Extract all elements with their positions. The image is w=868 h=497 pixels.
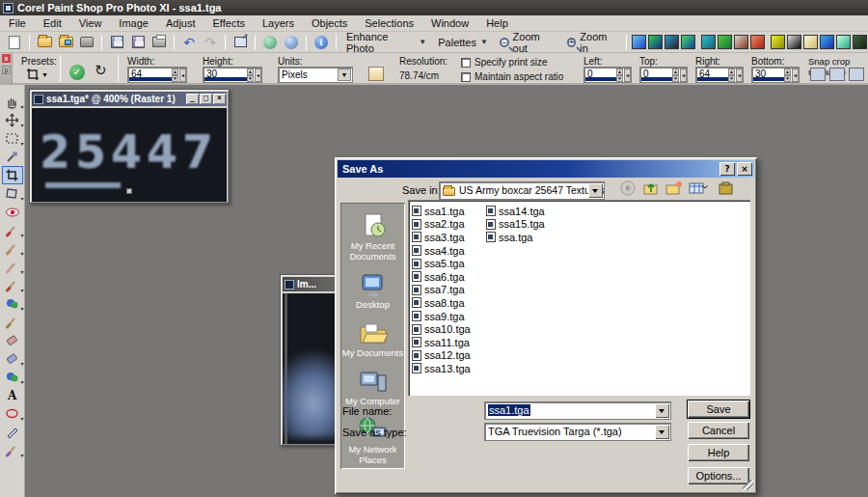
spin-up-icon[interactable]: ▲ bbox=[247, 69, 254, 75]
maintain-aspect-ratio-checkbox[interactable]: Maintain aspect ratio bbox=[461, 71, 563, 82]
resize-canvas-icon[interactable] bbox=[231, 34, 250, 51]
app-titlebar[interactable]: Corel Paint Shop Pro Photo XI - ssa1.tga bbox=[0, 0, 868, 15]
file-item[interactable]: ssa.tga bbox=[486, 231, 560, 244]
file-item[interactable]: ssa3.tga bbox=[412, 231, 486, 244]
close-icon[interactable]: x bbox=[2, 54, 11, 63]
menu-selections[interactable]: Selections bbox=[356, 16, 422, 30]
background-eraser-tool[interactable]: ▾ bbox=[2, 349, 23, 368]
earth-icon[interactable] bbox=[718, 35, 732, 49]
file-item[interactable]: ssa12.tga bbox=[412, 349, 486, 363]
target-icon[interactable] bbox=[771, 35, 785, 49]
file-item[interactable]: ssa9.tga bbox=[412, 310, 486, 323]
warp-brush-tool[interactable]: ▾ bbox=[2, 441, 23, 459]
close-icon[interactable]: × bbox=[737, 162, 752, 176]
sunburst-icon[interactable] bbox=[836, 35, 851, 49]
zoom-100-icon[interactable] bbox=[681, 35, 695, 49]
file-item[interactable]: ssa11.tga bbox=[412, 336, 486, 349]
file-item[interactable]: ssa4.tga bbox=[412, 244, 486, 258]
paint-brush-tool[interactable]: ▾ bbox=[2, 276, 23, 294]
snap-layer-opaque-icon[interactable] bbox=[810, 68, 826, 81]
save-icon[interactable] bbox=[107, 34, 126, 51]
units-select[interactable]: Pixels ▼ bbox=[278, 67, 353, 83]
spin-up-icon[interactable]: ▲ bbox=[172, 69, 178, 75]
back-icon[interactable] bbox=[619, 180, 637, 198]
spin-down-icon[interactable]: ▼ bbox=[172, 75, 178, 82]
help-button[interactable]: Help bbox=[688, 444, 749, 461]
image-window-titlebar[interactable]: ssa1.tga* @ 400% (Raster 1) _ □ × bbox=[32, 92, 227, 106]
info-icon[interactable]: i bbox=[312, 34, 331, 51]
spin-edit-button[interactable]: ◂ bbox=[255, 69, 261, 82]
undo-icon[interactable]: ↶ bbox=[179, 34, 199, 51]
presets-dropdown[interactable]: ▼ bbox=[25, 67, 41, 84]
file-item[interactable]: ssa8.tga bbox=[412, 296, 486, 310]
file-item[interactable]: ssa2.tga bbox=[412, 218, 486, 232]
maximize-icon[interactable]: □ bbox=[200, 94, 212, 104]
email-photo-icon[interactable] bbox=[260, 34, 280, 51]
fit-window-icon[interactable] bbox=[665, 35, 679, 49]
save-in-select[interactable]: US Army boxcar 25647 Textures bbox=[439, 181, 605, 200]
pattern-icon[interactable] bbox=[787, 35, 801, 49]
print-size-icon[interactable] bbox=[368, 67, 384, 81]
save-as-icon[interactable] bbox=[128, 34, 148, 51]
pen-tool[interactable] bbox=[2, 423, 23, 441]
options-button[interactable]: Options... bbox=[688, 467, 749, 484]
place-desktop[interactable]: Desktop bbox=[340, 271, 405, 311]
browse-icon[interactable] bbox=[56, 34, 75, 51]
enhance-photo-dropdown[interactable]: Enhance Photo▼ bbox=[340, 31, 432, 54]
scan-icon[interactable] bbox=[77, 34, 96, 51]
up-one-level-icon[interactable] bbox=[642, 180, 660, 198]
menu-objects[interactable]: Objects bbox=[303, 16, 356, 30]
file-name-input[interactable]: ssa1.tga bbox=[484, 401, 671, 420]
file-item[interactable]: ssa15.tga bbox=[486, 218, 560, 232]
width-input[interactable]: 64 ▲▼ ◂ bbox=[127, 67, 187, 83]
red-eye-tool[interactable] bbox=[2, 203, 23, 221]
scratch-remover-tool[interactable]: ▾ bbox=[2, 258, 23, 276]
zoom-in-button[interactable]: + Zoom in bbox=[561, 31, 622, 54]
menu-layers[interactable]: Layers bbox=[254, 16, 303, 30]
pin-icon[interactable]: p bbox=[2, 66, 11, 74]
color-changer-tool[interactable]: ▾ bbox=[2, 294, 23, 313]
file-item[interactable]: ssa6.tga bbox=[412, 270, 486, 284]
close-icon[interactable]: × bbox=[213, 94, 226, 104]
save-button[interactable]: Save bbox=[688, 400, 749, 418]
eraser-tool[interactable] bbox=[2, 331, 23, 349]
menu-image[interactable]: Image bbox=[110, 16, 157, 30]
snap-current-selection-icon[interactable] bbox=[849, 68, 864, 81]
zoom-out-button[interactable]: – Zoom out bbox=[494, 31, 561, 54]
sparkle-icon[interactable] bbox=[803, 35, 818, 49]
resize-grip[interactable] bbox=[743, 480, 753, 490]
file-list[interactable]: ssa1.tgassa2.tgassa3.tgassa4.tgassa5.tga… bbox=[408, 200, 750, 396]
picture-tube-tool[interactable]: ▾ bbox=[2, 368, 23, 386]
image-window-ssa1[interactable]: ssa1.tga* @ 400% (Raster 1) _ □ × 25447 bbox=[29, 89, 230, 204]
new-icon[interactable] bbox=[5, 34, 24, 51]
preset-shape-tool[interactable]: ▾ bbox=[2, 404, 23, 423]
top-input[interactable]: 0 ▲▼◂ bbox=[639, 67, 688, 83]
fit-image-icon[interactable] bbox=[648, 35, 663, 49]
file-item[interactable]: ssa13.tga bbox=[412, 362, 486, 375]
open-icon[interactable] bbox=[35, 34, 54, 51]
cancel-button[interactable]: Cancel bbox=[688, 422, 749, 439]
save-as-type-select[interactable]: TGA Truevision Targa (*.tga) bbox=[484, 423, 671, 441]
file-item[interactable]: ssa14.tga bbox=[486, 205, 560, 218]
clone-brush-tool[interactable]: ▾ bbox=[2, 239, 23, 258]
redo-icon[interactable]: ↷ bbox=[201, 34, 220, 51]
menu-file[interactable]: File bbox=[0, 16, 35, 30]
file-item[interactable]: ssa5.tga bbox=[412, 257, 486, 270]
spin-down-icon[interactable]: ▼ bbox=[247, 75, 254, 82]
specify-print-size-checkbox[interactable]: Specify print size bbox=[461, 57, 548, 68]
menu-adjust[interactable]: Adjust bbox=[157, 16, 204, 30]
globe-icon[interactable] bbox=[701, 35, 716, 49]
minimize-icon[interactable]: _ bbox=[186, 94, 199, 104]
menu-effects[interactable]: Effects bbox=[204, 16, 254, 30]
help-icon[interactable]: ? bbox=[719, 162, 735, 176]
place-my-recent-documents[interactable]: My Recent Documents bbox=[340, 212, 405, 262]
dialog-titlebar[interactable]: Save As ? × bbox=[338, 160, 754, 178]
file-item[interactable]: ssa10.tga bbox=[412, 322, 486, 336]
file-item[interactable]: ssa1.tga bbox=[412, 205, 486, 218]
share-photo-icon[interactable] bbox=[282, 34, 301, 51]
move-tool[interactable]: ▾ bbox=[2, 111, 23, 129]
crop-tool[interactable] bbox=[2, 166, 23, 184]
photo-fix-icon[interactable] bbox=[734, 35, 748, 49]
pan-tool[interactable]: ▾ bbox=[2, 93, 23, 111]
makeover-tool[interactable]: ▾ bbox=[2, 221, 23, 239]
